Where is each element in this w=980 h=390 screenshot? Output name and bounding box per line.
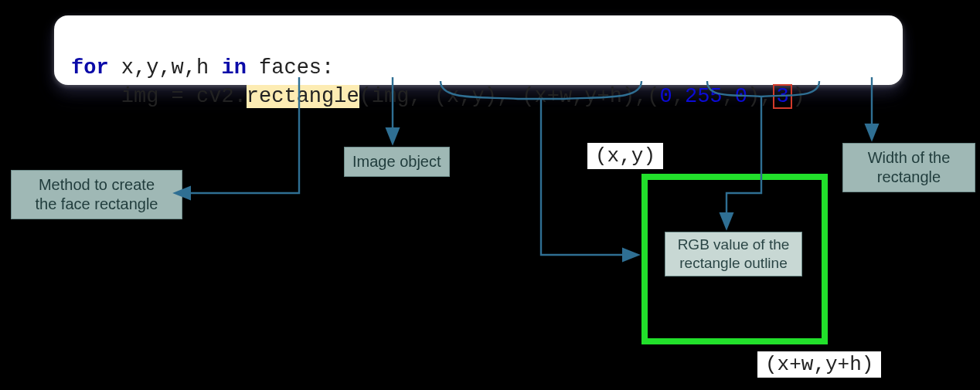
label-image-object: Image object — [344, 147, 450, 177]
assign-text: img = cv2. — [121, 85, 247, 108]
rgb-0-b: 0 — [735, 85, 747, 108]
loop-iterable: faces: — [247, 56, 334, 80]
comma-1: , — [672, 85, 685, 108]
connector-coords-to-rect — [541, 116, 637, 255]
code-snippet-card: for x,y,w,h in faces: img = cv2.rectangl… — [54, 15, 903, 85]
label-xywh-coord: (x+w,y+h) — [757, 351, 881, 378]
indent — [71, 85, 121, 108]
keyword-for: for — [71, 56, 109, 80]
rgb-0-a: 0 — [660, 85, 672, 108]
method-rectangle: rectangle — [247, 85, 359, 108]
thickness-3-boxed: 3 — [773, 84, 791, 109]
label-method: Method to create the face rectangle — [11, 170, 182, 219]
label-width: Width of the rectangle — [842, 143, 975, 192]
close-paren: ) — [793, 85, 805, 108]
rgb-255: 255 — [685, 85, 723, 108]
loop-variables: x,y,w,h — [109, 56, 222, 80]
keyword-in: in — [221, 56, 246, 80]
close-tuple: ), — [747, 85, 772, 108]
args-text: (img, (x,y), (x+w,y+h),( — [359, 85, 660, 108]
label-rgb-value: RGB value of the rectangle outline — [665, 232, 802, 276]
label-xy-coord: (x,y) — [587, 143, 663, 169]
comma-2: , — [723, 85, 735, 108]
